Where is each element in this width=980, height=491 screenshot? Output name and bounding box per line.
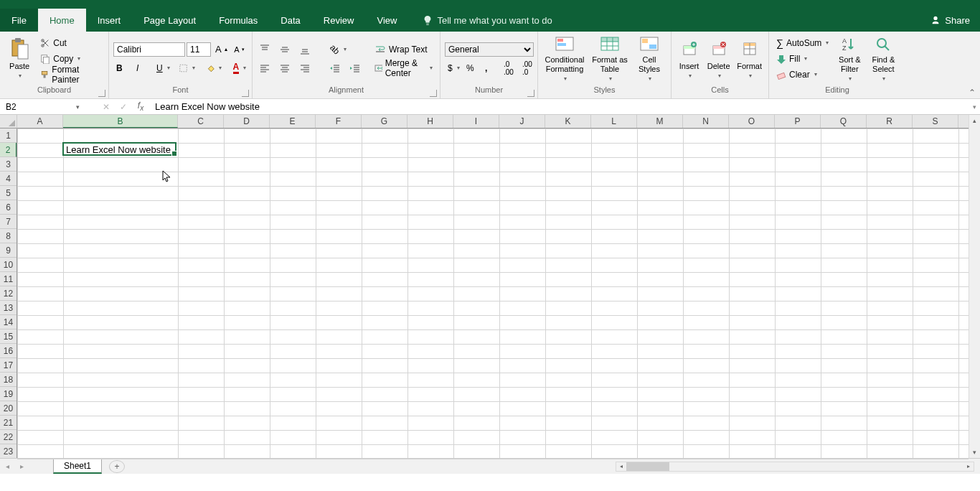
share-button[interactable]: Share (920, 9, 980, 32)
dialog-launcher-icon[interactable] (98, 90, 105, 97)
vertical-scrollbar[interactable]: ▴ ▾ (969, 115, 980, 458)
row-header[interactable]: 2 (0, 143, 17, 157)
row-header[interactable]: 20 (0, 401, 17, 416)
cut-button[interactable]: Cut (37, 36, 104, 50)
scroll-right-icon[interactable]: ▸ (963, 462, 974, 471)
autosum-button[interactable]: ∑AutoSum▾ (773, 36, 831, 50)
decrease-indent-button[interactable] (327, 61, 343, 75)
row-header[interactable]: 10 (0, 258, 17, 272)
bold-button[interactable]: B (113, 61, 128, 75)
align-center-button[interactable] (277, 61, 293, 75)
column-header[interactable]: S (913, 115, 958, 128)
row-header[interactable]: 14 (0, 315, 17, 329)
tab-pagelayout[interactable]: Page Layout (132, 9, 207, 32)
column-header[interactable]: C (178, 115, 224, 128)
row-header[interactable]: 13 (0, 301, 17, 315)
tab-view[interactable]: View (365, 9, 408, 32)
collapse-ribbon-button[interactable]: ⌃ (969, 88, 976, 98)
column-header[interactable]: Q (821, 115, 867, 128)
row-header[interactable]: 19 (0, 387, 17, 401)
tab-formulas[interactable]: Formulas (207, 9, 269, 32)
font-color-button[interactable]: A▾ (230, 61, 248, 75)
copy-button[interactable]: Copy▾ (37, 52, 104, 66)
fill-button[interactable]: Fill▾ (773, 52, 831, 66)
column-header[interactable]: F (316, 115, 362, 128)
row-header[interactable]: 5 (0, 186, 17, 200)
fx-icon[interactable]: fx (132, 100, 149, 112)
clear-button[interactable]: Clear▾ (773, 67, 831, 82)
formula-input[interactable] (149, 99, 969, 114)
tell-me-search[interactable]: Tell me what you want to do (423, 9, 552, 32)
row-header[interactable]: 3 (0, 157, 17, 172)
increase-font-button[interactable]: A▴ (212, 42, 230, 57)
scroll-up-icon[interactable]: ▴ (969, 115, 980, 126)
scroll-left-icon[interactable]: ◂ (616, 462, 626, 471)
enter-icon[interactable]: ✓ (115, 102, 132, 112)
format-cells-button[interactable]: Format▾ (735, 35, 764, 83)
merge-center-button[interactable]: Merge & Center▾ (372, 61, 435, 75)
number-format-select[interactable]: General (445, 42, 534, 57)
decrease-font-button[interactable]: A▾ (231, 42, 248, 57)
row-header[interactable]: 16 (0, 344, 17, 358)
row-header[interactable]: 4 (0, 172, 17, 186)
align-middle-button[interactable] (277, 42, 293, 57)
row-header[interactable]: 9 (0, 243, 17, 258)
row-header[interactable]: 6 (0, 200, 17, 215)
row-header[interactable]: 21 (0, 416, 17, 430)
column-header[interactable]: O (729, 115, 775, 128)
column-header[interactable]: B (63, 115, 178, 128)
tab-home[interactable]: Home (38, 9, 86, 32)
sheet-tab[interactable]: Sheet1 (53, 459, 102, 474)
fill-color-button[interactable]: ▾ (204, 61, 225, 75)
tab-data[interactable]: Data (269, 9, 311, 32)
row-header[interactable]: 17 (0, 358, 17, 373)
column-header[interactable]: R (867, 115, 913, 128)
insert-cells-button[interactable]: Insert▾ (676, 35, 702, 83)
orientation-button[interactable]: ab▾ (327, 42, 349, 57)
row-header[interactable]: 22 (0, 430, 17, 444)
row-header[interactable]: 7 (0, 215, 17, 229)
cells-area[interactable]: Learn Excel Now website (17, 128, 969, 458)
column-header[interactable]: A (17, 115, 63, 128)
column-header[interactable]: J (499, 115, 545, 128)
row-header[interactable]: 23 (0, 444, 17, 459)
tab-insert[interactable]: Insert (86, 9, 133, 32)
format-painter-button[interactable]: Format Painter (37, 67, 104, 82)
prev-sheet-button[interactable]: ◂ (0, 462, 14, 470)
delete-cells-button[interactable]: Delete▾ (705, 35, 732, 83)
align-top-button[interactable] (257, 42, 273, 57)
row-header[interactable]: 15 (0, 329, 17, 344)
cancel-icon[interactable]: ✕ (98, 102, 115, 112)
dialog-launcher-icon[interactable] (430, 90, 437, 97)
accounting-format-button[interactable]: $▾ (445, 61, 459, 75)
wrap-text-button[interactable]: Wrap Text (372, 42, 435, 57)
row-header[interactable]: 1 (0, 128, 17, 143)
conditional-formatting-button[interactable]: Conditional Formatting▾ (542, 35, 587, 83)
column-header[interactable]: D (224, 115, 270, 128)
dialog-launcher-icon[interactable] (242, 90, 249, 97)
percent-format-button[interactable]: % (463, 61, 478, 75)
cell-styles-button[interactable]: Cell Styles▾ (633, 35, 666, 83)
name-box[interactable] (0, 99, 72, 114)
tab-file[interactable]: File (0, 9, 38, 32)
column-header[interactable]: E (270, 115, 316, 128)
new-sheet-button[interactable]: + (109, 460, 125, 473)
column-header[interactable]: N (683, 115, 729, 128)
row-header[interactable]: 12 (0, 286, 17, 301)
expand-formula-bar[interactable]: ▾ (969, 103, 980, 111)
next-sheet-button[interactable]: ▸ (14, 462, 29, 470)
row-header[interactable]: 8 (0, 229, 17, 243)
column-header[interactable]: H (407, 115, 453, 128)
comma-format-button[interactable]: , (482, 61, 496, 75)
underline-button[interactable]: U▾ (154, 61, 171, 75)
align-right-button[interactable] (297, 61, 313, 75)
dialog-launcher-icon[interactable] (527, 90, 534, 97)
select-all-button[interactable] (0, 115, 17, 128)
borders-button[interactable]: ▾ (176, 61, 197, 75)
increase-indent-button[interactable] (347, 61, 363, 75)
row-header[interactable]: 18 (0, 373, 17, 387)
column-header[interactable]: P (775, 115, 821, 128)
format-as-table-button[interactable]: Format as Table▾ (590, 35, 630, 83)
row-header[interactable]: 11 (0, 272, 17, 286)
align-left-button[interactable] (257, 61, 273, 75)
